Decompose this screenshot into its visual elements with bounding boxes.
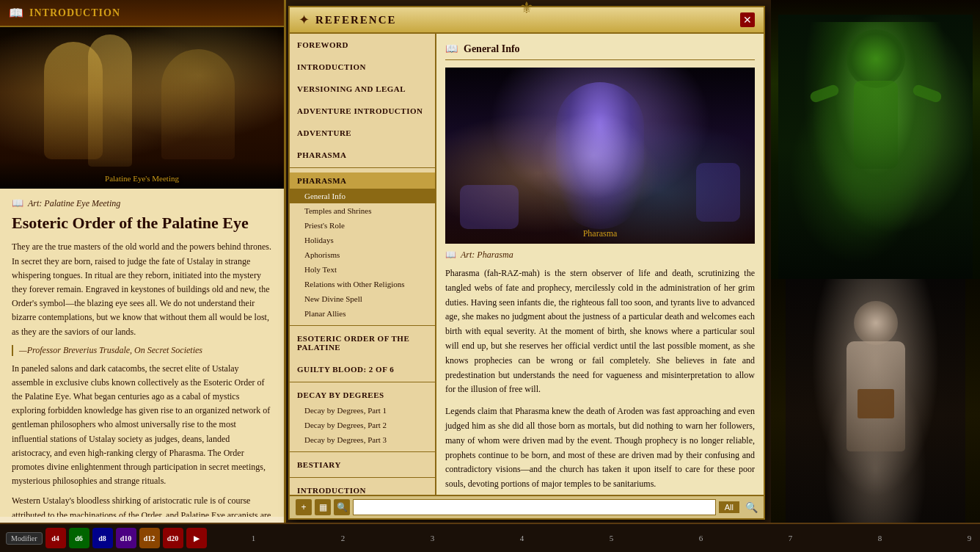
die-arrow[interactable]: ▶ <box>186 528 207 548</box>
toc-section-intro2: INTRODUCTION Introduction Doom between D… <box>290 479 435 495</box>
reference-window: ⚜ ✦ Reference ✕ FOREWORD INTRODUCTION VE… <box>288 6 765 520</box>
toc-section-esoteric: ESOTERIC ORDER OF THE PALATINE <box>290 327 435 358</box>
ref-title-text: Reference <box>315 14 397 26</box>
ref-paragraph-1: Pharasma (fah-RAZ-mah) is the stern obse… <box>445 266 755 397</box>
ref-ornament: ⚜ <box>519 0 534 18</box>
ref-title-icon: ✦ <box>299 12 310 28</box>
ref-all-button[interactable]: All <box>719 501 739 513</box>
toc-section-decay: DECAY BY DEGREES Decay by Degrees, Part … <box>290 384 435 450</box>
toc-item-new-spell[interactable]: New Divine Spell <box>290 291 435 306</box>
toc-header-versioning[interactable]: VERSIONING AND LEGAL <box>290 81 435 97</box>
toc-header-guilty[interactable]: GUILTY BLOOD: 2 OF 6 <box>290 361 435 377</box>
ref-main: 📖 General Info Pharasma 📖 Art: Pharasma … <box>436 34 764 495</box>
dice-area: d4 d6 d8 d10 d12 d20 ▶ <box>45 528 207 548</box>
taskbar-num-5: 5 <box>568 534 656 542</box>
toc-section-adventure: ADVENTURE <box>290 122 435 144</box>
ref-main-image: Pharasma <box>445 68 755 244</box>
toc-item-holidays[interactable]: Holidays <box>290 233 435 247</box>
die-d8[interactable]: d8 <box>92 528 113 548</box>
art-label: 📖 Art: Palatine Eye Meeting <box>12 197 272 209</box>
ref-paragraph-2: Legends claim that Pharasma knew the dea… <box>445 404 755 492</box>
toc-section-guilty: GUILTY BLOOD: 2 OF 6 <box>290 358 435 380</box>
die-d20[interactable]: d20 <box>163 528 183 548</box>
toc-header-intro2[interactable]: INTRODUCTION <box>290 482 435 495</box>
left-content: Palatine Eye's Meeting 📖 Art: Palatine E… <box>0 27 284 517</box>
ref-toolbar: + ▦ 🔍 All 🔍 <box>290 495 764 518</box>
toc-header-introduction[interactable]: INTRODUCTION <box>290 59 435 75</box>
toc-divider-4 <box>290 451 435 452</box>
toc-section-introduction: INTRODUCTION <box>290 56 435 78</box>
toc-header-decay[interactable]: DECAY BY DEGREES <box>290 387 435 403</box>
ref-art-icon: 📖 <box>445 250 456 261</box>
toc-item-decay2[interactable]: Decay by Degrees, Part 2 <box>290 418 435 432</box>
toc-item-aphorisms[interactable]: Aphorisms <box>290 247 435 262</box>
toc-header-bestiary[interactable]: BESTIARY <box>290 457 435 473</box>
die-d12[interactable]: d12 <box>139 528 160 548</box>
toc-section-pharasma2: PHARASMA General Info Temples and Shrine… <box>290 170 435 324</box>
ref-close-button[interactable]: ✕ <box>740 12 755 27</box>
toc-header-adventure[interactable]: ADVENTURE <box>290 125 435 141</box>
modifier-badge[interactable]: Modifier <box>6 532 43 545</box>
toc-item-planar[interactable]: Planar Allies <box>290 306 435 321</box>
taskbar-numbers: 1 2 3 4 5 6 7 8 9 <box>210 534 980 542</box>
ref-section-header: 📖 General Info <box>445 43 755 60</box>
taskbar-num-4: 4 <box>478 534 566 542</box>
right-decorative-panel <box>771 0 980 552</box>
left-panel-header: 📖 Introduction <box>0 0 284 27</box>
toc-header-foreword[interactable]: FOREWORD <box>290 37 435 53</box>
article-paragraph-3: Western Ustalay's bloodless shirking of … <box>12 494 272 517</box>
left-panel: 📖 Introduction Palatine Eye's Meeting 📖 … <box>0 0 286 523</box>
right-figure-top <box>771 0 980 279</box>
ref-art-label: 📖 Art: Pharasma <box>445 250 755 261</box>
article-paragraph-1: They are the true masters of the old wor… <box>12 240 272 338</box>
art-icon: 📖 <box>12 197 23 209</box>
toc-item-holy-text[interactable]: Holy Text <box>290 262 435 277</box>
ref-image-bg <box>445 68 755 244</box>
left-panel-title: Introduction <box>29 7 120 19</box>
die-d6[interactable]: d6 <box>69 528 89 548</box>
taskbar-num-2: 2 <box>299 534 387 542</box>
ref-title-left: ✦ Reference <box>299 12 397 28</box>
toc-sidebar: FOREWORD INTRODUCTION VERSIONING AND LEG… <box>290 34 436 495</box>
art-label-text: Art: Palatine Eye Meeting <box>28 198 120 209</box>
ref-search-button[interactable]: 🔍 <box>334 499 350 515</box>
article-title: Esoteric Order of the Palatine Eye <box>12 214 272 233</box>
toc-item-relations[interactable]: Relations with Other Religions <box>290 277 435 291</box>
toc-section-pharasma1: PHARASMA <box>290 144 435 166</box>
ref-section-icon: 📖 <box>445 43 458 55</box>
article-body: 📖 Art: Palatine Eye Meeting Esoteric Ord… <box>0 189 284 517</box>
die-d10[interactable]: d10 <box>116 528 136 548</box>
article-image-figures <box>0 27 284 189</box>
toc-section-bestiary: BESTIARY <box>290 454 435 476</box>
toc-header-esoteric[interactable]: ESOTERIC ORDER OF THE PALATINE <box>290 330 435 355</box>
ref-search-input[interactable] <box>353 499 716 515</box>
toc-divider-3 <box>290 382 435 382</box>
article-image: Palatine Eye's Meeting <box>0 27 284 189</box>
ref-search-icon: 🔍 <box>745 501 758 514</box>
ref-add-button[interactable]: + <box>296 499 312 515</box>
toc-item-temples[interactable]: Temples and Shrines <box>290 203 435 218</box>
ref-body: FOREWORD INTRODUCTION VERSIONING AND LEG… <box>290 34 764 495</box>
article-quote: —Professor Breverius Trusdale, On Secret… <box>12 345 272 356</box>
toc-header-pharasma1[interactable]: PHARASMA <box>290 147 435 163</box>
article-paragraph-2: In paneled salons and dark catacombs, th… <box>12 362 272 489</box>
toc-item-decay3[interactable]: Decay by Degrees, Part 3 <box>290 432 435 447</box>
toc-header-adventure-intro[interactable]: ADVENTURE INTRODUCTION <box>290 103 435 119</box>
toc-item-decay1[interactable]: Decay by Degrees, Part 1 <box>290 403 435 418</box>
toc-header-pharasma2[interactable]: PHARASMA <box>290 172 435 189</box>
toc-section-foreword: FOREWORD <box>290 34 435 56</box>
toc-item-general-info[interactable]: General Info <box>290 189 435 203</box>
toc-item-priests[interactable]: Priest's Role <box>290 218 435 233</box>
toc-section-adventure-intro: ADVENTURE INTRODUCTION <box>290 100 435 122</box>
taskbar-num-3: 3 <box>389 534 477 542</box>
taskbar-num-9: 9 <box>926 534 980 542</box>
book-icon: 📖 <box>9 6 23 20</box>
toc-divider-2 <box>290 325 435 326</box>
ref-section-title: General Info <box>464 43 520 55</box>
taskbar-num-8: 8 <box>836 534 924 542</box>
toc-section-versioning: VERSIONING AND LEGAL <box>290 78 435 100</box>
die-d4[interactable]: d4 <box>45 528 66 548</box>
right-figure-bottom <box>771 279 980 552</box>
ref-grid-button[interactable]: ▦ <box>315 499 331 515</box>
creature-silhouette-top <box>802 22 949 242</box>
